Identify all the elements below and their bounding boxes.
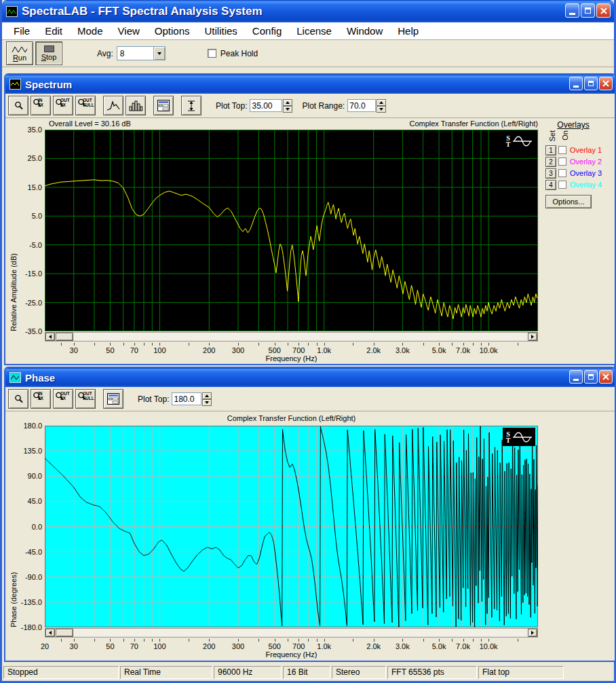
menu-item-mode[interactable]: Mode: [70, 24, 111, 38]
menu-item-window[interactable]: Window: [339, 24, 390, 38]
spin-down-icon[interactable]: [202, 399, 212, 406]
phase-plot[interactable]: ST: [45, 426, 538, 627]
plot-range-spinner[interactable]: [377, 99, 386, 113]
plot-top-input[interactable]: [250, 99, 282, 112]
overlays-options-button[interactable]: Options...: [545, 195, 592, 208]
phase-minimize-button[interactable]: [569, 370, 583, 384]
spectrum-close-button[interactable]: [599, 77, 613, 90]
x-tick-mark: [159, 639, 160, 642]
phase-close-button[interactable]: [599, 370, 613, 384]
maximize-button[interactable]: [581, 3, 595, 18]
avg-dropdown[interactable]: 8: [117, 46, 166, 60]
x-tick-mark: [74, 639, 75, 642]
overlay-on-checkbox-4[interactable]: [558, 181, 566, 189]
phase-plot-top-spinner[interactable]: [202, 392, 212, 406]
phase-titlebar[interactable]: Phase: [5, 368, 615, 387]
spectrum-titlebar[interactable]: Spectrum: [5, 75, 615, 94]
spin-up-icon[interactable]: [377, 99, 386, 106]
spectrum-zoom-in-2x-button[interactable]: IN2X: [31, 96, 51, 115]
scroll-left-button[interactable]: [45, 333, 55, 341]
menu-item-edit[interactable]: Edit: [37, 24, 70, 38]
spin-up-icon[interactable]: [202, 392, 212, 399]
stop-icon: [44, 45, 54, 52]
x-tick-mark: [123, 343, 124, 346]
phase-display-options-button[interactable]: [103, 389, 123, 409]
menu-item-view[interactable]: View: [111, 24, 147, 38]
phase-zoom-in-2x-button[interactable]: IN2X: [31, 389, 51, 409]
minimize-button[interactable]: [565, 3, 579, 18]
plot-top-spinner[interactable]: [283, 99, 292, 113]
overlay-set-button-3[interactable]: 3: [545, 168, 556, 179]
phase-zoom-out-full-button[interactable]: OUTFULL: [75, 389, 96, 409]
close-button[interactable]: [596, 3, 611, 18]
x-tick-label: 30: [70, 346, 78, 354]
overlay-set-button-4[interactable]: 4: [545, 180, 556, 190]
spectrum-bar-graph-button[interactable]: [126, 96, 146, 115]
overlay-set-button-1[interactable]: 1: [545, 145, 556, 155]
dropdown-arrow-icon[interactable]: [153, 47, 165, 60]
spectrum-minimize-button[interactable]: [569, 77, 583, 90]
x-tick-mark: [353, 343, 353, 346]
spectrum-display-options-button[interactable]: [153, 96, 174, 115]
spectrum-line-graph-button[interactable]: [103, 96, 123, 115]
spin-up-icon[interactable]: [283, 99, 292, 106]
scroll-thumb[interactable]: [56, 333, 73, 341]
x-tick-label: 300: [232, 642, 244, 650]
x-tick-mark: [110, 639, 111, 642]
scroll-right-button[interactable]: [528, 333, 537, 341]
phase-zoom-out-2x-button[interactable]: OUT2X: [53, 389, 73, 409]
app-titlebar[interactable]: SpectraLAB - FFT Spectral Analysis Syste…: [2, 0, 614, 22]
scroll-left-button[interactable]: [45, 629, 55, 637]
phase-maximize-button[interactable]: [584, 370, 598, 384]
y-tick-label: -5.0: [12, 241, 42, 249]
overlay-on-checkbox-1[interactable]: [558, 146, 566, 154]
spectrum-zoom-button[interactable]: [8, 96, 28, 115]
sine-wave-icon: [512, 431, 533, 443]
spectrum-zoom-out-full-button[interactable]: OUTFULL: [75, 96, 96, 115]
spectrum-maximize-button[interactable]: [584, 77, 598, 90]
plot-range-input[interactable]: [347, 99, 376, 112]
spin-down-icon[interactable]: [377, 106, 386, 113]
spectrum-h-scrollbar[interactable]: [45, 332, 538, 342]
y-tick-label: -90.0: [12, 573, 42, 581]
spin-down-icon[interactable]: [283, 106, 292, 113]
menu-item-license[interactable]: License: [289, 24, 339, 38]
menu-item-config[interactable]: Config: [245, 24, 289, 38]
menu-item-file[interactable]: File: [6, 24, 37, 38]
phase-chart-area: Complex Transfer Function (Left/Right) P…: [5, 411, 615, 661]
main-toolbar: Run Stop Avg: 8 Peak Hold: [2, 40, 614, 67]
run-button-label: Run: [13, 54, 26, 62]
menu-item-options[interactable]: Options: [147, 24, 197, 38]
x-tick-mark: [209, 639, 210, 642]
run-button[interactable]: Run: [6, 41, 33, 65]
peak-hold-checkbox[interactable]: [208, 49, 216, 58]
spectrum-zoom-out-2x-button[interactable]: OUT2X: [53, 96, 73, 115]
status-panel-stereo: Stereo: [332, 666, 386, 679]
overlay-label-2: Overlay 2: [570, 158, 602, 166]
plot-top-label: Plot Top:: [216, 101, 247, 111]
scroll-thumb[interactable]: [56, 629, 73, 637]
stop-button[interactable]: Stop: [35, 41, 62, 65]
x-tick-mark: [473, 639, 474, 642]
phase-h-scrollbar[interactable]: [45, 628, 538, 638]
scroll-track[interactable]: [73, 333, 528, 341]
phase-plot-top-input[interactable]: [172, 392, 201, 405]
app-window: SpectraLAB - FFT Spectral Analysis Syste…: [0, 0, 616, 683]
overlay-row: 3Overlay 3: [545, 168, 602, 179]
overlay-set-button-2[interactable]: 2: [545, 157, 556, 167]
x-tick-mark: [317, 639, 317, 642]
spectrum-vertical-scale-button[interactable]: [181, 96, 201, 115]
spectrum-plot[interactable]: ST: [45, 130, 538, 331]
overlay-on-checkbox-3[interactable]: [558, 169, 566, 177]
scroll-right-button[interactable]: [528, 629, 537, 637]
menu-item-utilities[interactable]: Utilities: [197, 24, 245, 38]
x-tick-label: 3.0k: [396, 642, 410, 650]
overlays-set-label: Set: [548, 130, 556, 142]
phase-toolbar: IN2XOUT2XOUTFULLPlot Top:: [5, 387, 615, 411]
overlays-panel: Overlays Set On 1Overlay 12Overlay 23Ove…: [544, 120, 615, 215]
status-panel-flat-top: Flat top: [478, 666, 564, 679]
overlay-on-checkbox-2[interactable]: [558, 158, 566, 166]
phase-zoom-button[interactable]: [8, 389, 28, 409]
scroll-track[interactable]: [73, 629, 528, 637]
menu-item-help[interactable]: Help: [390, 24, 426, 38]
